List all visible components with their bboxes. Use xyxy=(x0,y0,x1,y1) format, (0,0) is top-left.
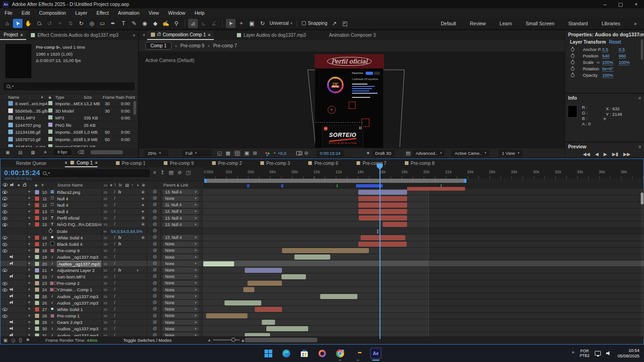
layer-name[interactable]: Audios _og1337.mp3 xyxy=(57,255,98,260)
menu-view[interactable]: View xyxy=(144,10,164,16)
camera-dropdown[interactable]: Active Came..▾ xyxy=(451,150,489,157)
menu-composition[interactable]: Composition xyxy=(34,10,70,16)
layer-duration-bar[interactable] xyxy=(359,215,407,221)
workspace-learn[interactable]: Learn xyxy=(500,21,512,26)
label-chip[interactable] xyxy=(35,307,39,311)
expand-chevron-icon[interactable]: ▸ xyxy=(29,189,30,193)
parent-dropdown[interactable]: None▾ xyxy=(162,255,199,260)
project-row[interactable]: 4345424...p.jpg ImportedJPEG 51 KB xyxy=(0,143,138,147)
shy-switch[interactable]: ▭ xyxy=(104,268,107,272)
value-field[interactable]: 0x+0° xyxy=(602,66,614,72)
quality-switch[interactable]: / xyxy=(114,248,115,253)
project-row[interactable]: 12134188.gif Importe...tiStill 1,0 MB 50… xyxy=(0,129,138,136)
maximize-button[interactable]: ▢ xyxy=(613,0,628,8)
pickwhip-icon[interactable]: @ xyxy=(153,326,157,331)
workspace-standard[interactable]: Standard xyxy=(568,21,588,26)
dolly-camera-tool[interactable]: ⇅ xyxy=(66,19,75,28)
toggle-switches-button[interactable]: Toggle Switches / Modes xyxy=(123,338,172,343)
menu-help[interactable]: Help xyxy=(190,10,209,16)
layer-duration-bar[interactable] xyxy=(247,281,282,286)
layer-name[interactable]: Audios _og1337.mp3 xyxy=(57,294,98,299)
label-chip[interactable] xyxy=(35,222,39,226)
parent-dropdown[interactable]: None▾ xyxy=(162,274,199,279)
timeline-tab-render-queue[interactable]: Render Queue xyxy=(16,161,46,166)
label-chip[interactable] xyxy=(35,242,39,246)
fast-previews-menu-icon[interactable]: ✦ xyxy=(366,150,370,156)
layer-name[interactable]: Pre-comp 9 xyxy=(57,248,80,253)
speaker-icon[interactable] xyxy=(10,294,14,298)
eye-icon[interactable] xyxy=(2,315,7,318)
notify-icon[interactable]: ⚑ xyxy=(26,338,30,343)
fast-previews-dropdown[interactable]: Draft 3D xyxy=(372,150,395,157)
parent-dropdown[interactable]: 13. Null 4▾ xyxy=(162,222,199,227)
expand-chevron-icon[interactable]: ▸ xyxy=(29,313,30,317)
pickwhip-icon[interactable]: @ xyxy=(153,248,157,253)
panel-menu-icon[interactable]: ≡ xyxy=(638,144,641,149)
shy-switch[interactable]: ▭ xyxy=(104,203,107,207)
composition-mini-flowchart-icon[interactable]: ≡ xyxy=(153,170,156,175)
quality-switch[interactable]: / xyxy=(114,326,115,331)
transport-button-3[interactable]: ▶▮ xyxy=(612,152,618,157)
quality-switch[interactable]: / xyxy=(114,281,115,285)
layer-name[interactable]: Null 4 xyxy=(57,209,68,214)
parent-dropdown[interactable]: 11. Null 4▾ xyxy=(162,202,199,208)
fx-switch[interactable]: fx xyxy=(118,242,121,246)
label-chip[interactable] xyxy=(35,249,39,253)
tab-animation-composer[interactable]: Animation Composer 3 xyxy=(324,33,380,38)
taskbar-ae-icon[interactable]: Ae xyxy=(370,347,382,359)
shy-switch[interactable]: ▭ xyxy=(104,313,107,318)
expand-chevron-icon[interactable]: ▾ xyxy=(29,222,30,226)
quality-switch-icon[interactable]: \ xyxy=(115,183,116,187)
pickwhip-icon[interactable]: @ xyxy=(153,294,157,298)
pickwhip-icon[interactable]: @ xyxy=(153,261,157,266)
axis-view-mode[interactable]: ∠ xyxy=(209,19,219,28)
clone-stamp-tool[interactable]: ◉ xyxy=(140,19,150,28)
label-chip[interactable] xyxy=(35,197,39,201)
parent-dropdown[interactable]: None▾ xyxy=(162,248,199,254)
tab-project[interactable]: Project≡ xyxy=(0,30,26,40)
quality-switch[interactable]: / xyxy=(114,313,115,318)
layer-name[interactable]: NÃO FIQ...RA DESSA! xyxy=(57,222,102,227)
layer-duration-bar[interactable] xyxy=(358,203,407,208)
expand-chevron-icon[interactable]: ▸ xyxy=(29,261,30,265)
layer-name[interactable]: Audios _og1337.mp3 xyxy=(57,261,101,267)
quality-switch[interactable]: / xyxy=(114,190,115,194)
menu-window[interactable]: Window xyxy=(164,10,190,16)
expand-layers-icon[interactable]: ▣ xyxy=(3,338,7,343)
layer-duration-bar[interactable] xyxy=(383,222,407,227)
parent-dropdown[interactable]: None▾ xyxy=(162,261,199,266)
stopwatch-icon[interactable] xyxy=(49,229,52,233)
eye-icon[interactable] xyxy=(2,191,7,194)
snapshot-icon[interactable] xyxy=(296,151,302,155)
column-size[interactable]: Size xyxy=(84,95,92,100)
timeline-layer-row[interactable]: ▸ 12 □ Null 4 ▭ / ∗ @ 11. Null 4▾ xyxy=(0,202,644,208)
link-icon[interactable]: ∞ xyxy=(597,60,600,65)
layer-duration-bar[interactable] xyxy=(224,300,261,305)
brush-tool[interactable]: ✎ xyxy=(129,19,139,28)
language-indicator[interactable]: PORPTB2 xyxy=(580,349,589,358)
pickwhip-icon[interactable]: @ xyxy=(153,222,157,226)
parent-dropdown[interactable]: None▾ xyxy=(162,287,199,293)
label-chip[interactable] xyxy=(48,101,52,105)
eye-icon[interactable] xyxy=(2,204,7,207)
reset-link[interactable]: Reset xyxy=(609,40,621,45)
value-field[interactable]: 0,5 xyxy=(602,47,608,52)
label-chip[interactable] xyxy=(35,262,39,266)
banner-layer[interactable]: Perfil oficial xyxy=(315,54,384,68)
shape-tool[interactable]: ▭ xyxy=(98,19,107,28)
eye-icon[interactable] xyxy=(2,236,7,239)
quality-switch[interactable]: / xyxy=(114,274,115,279)
transport-button-1[interactable]: ◀ xyxy=(595,152,598,157)
project-scrollbar[interactable] xyxy=(133,101,136,115)
composition-viewer[interactable]: Active Camera (Default) Perfil oficial P… xyxy=(139,51,565,148)
timeline-search-input[interactable]: ▾ xyxy=(40,170,150,177)
speaker-icon[interactable] xyxy=(10,288,14,292)
minimize-button[interactable]: – xyxy=(597,0,613,8)
clock[interactable]: 10:5405/09/2025 xyxy=(617,348,639,359)
mask-visibility-icon[interactable]: ▣ xyxy=(244,150,249,156)
tab-effect-controls[interactable]: Effect Controls Audios do dog1337.mp3 xyxy=(26,33,123,38)
timeline-layer-row[interactable]: ▸ 14 T Perfil oficial ▭ / ⊕ @ 13. Null 4… xyxy=(0,215,644,221)
expressions-icon[interactable]: {} xyxy=(19,338,22,343)
time-ruler[interactable]: 0:00s02s04s06s08s10s12s14s16s18s20s22s24… xyxy=(203,167,644,179)
layer-name[interactable]: Pre-comp 2 xyxy=(57,281,80,286)
